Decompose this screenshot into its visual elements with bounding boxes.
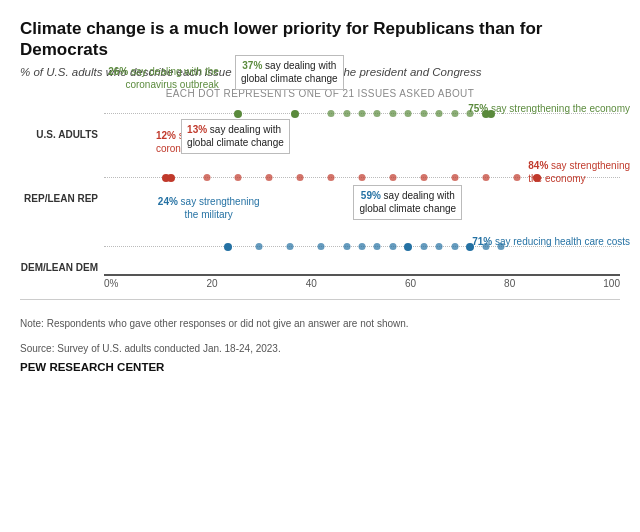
notes-container: Note: Respondents who gave other respons… <box>20 299 620 373</box>
callout-rep-13: 13% say dealing withglobal climate chang… <box>181 119 290 154</box>
us-adults-label: U.S. ADULTS <box>20 129 98 140</box>
footer: PEW RESEARCH CENTER <box>20 361 620 373</box>
axis-labels: 0% 20 40 60 80 100 <box>104 278 620 289</box>
axis-label-0: 0% <box>104 278 118 289</box>
chart-container: U.S. ADULTS 26% say dealing with thecoro… <box>20 107 620 289</box>
callout-us-75: 75% say strengthening the economy <box>468 102 630 116</box>
axis-label-60: 60 <box>405 278 416 289</box>
axis-label-20: 20 <box>207 278 218 289</box>
callout-us-37: 37% say dealing withglobal climate chang… <box>235 55 344 90</box>
x-axis <box>104 274 620 276</box>
rep-label: REP/LEAN REP <box>20 193 98 204</box>
axis-label-80: 80 <box>504 278 515 289</box>
note-1: Note: Respondents who gave other respons… <box>20 316 620 331</box>
callout-dem-71: 71% say reducing health care costs <box>472 235 630 249</box>
dem-label: DEM/LEAN DEM <box>20 262 98 273</box>
axis-label-100: 100 <box>603 278 620 289</box>
callout-rep-84: 84% say strengtheningthe economy <box>528 159 630 186</box>
axis-label-40: 40 <box>306 278 317 289</box>
callout-dem-59: 59% say dealing withglobal climate chang… <box>353 185 462 220</box>
dem-group: DEM/LEAN DEM 24% say strengtheningthe mi… <box>104 240 620 254</box>
note-2: Source: Survey of U.S. adults conducted … <box>20 341 620 356</box>
callout-us-26: 26% say dealing with thecoronavirus outb… <box>108 65 219 92</box>
rep-group: REP/LEAN REP 12% say dealing with thecor… <box>104 171 620 185</box>
callout-dem-24: 24% say strengtheningthe military <box>158 195 260 222</box>
